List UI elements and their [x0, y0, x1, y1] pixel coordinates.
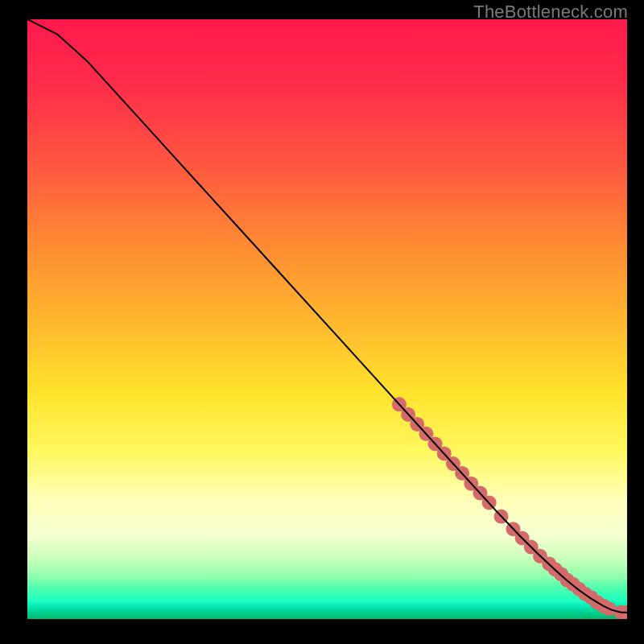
chart-stage: TheBottleneck.com	[0, 0, 644, 644]
points-group	[392, 397, 627, 619]
plot-area	[27, 19, 627, 619]
chart-overlay	[27, 19, 627, 619]
curve-line	[27, 19, 627, 613]
